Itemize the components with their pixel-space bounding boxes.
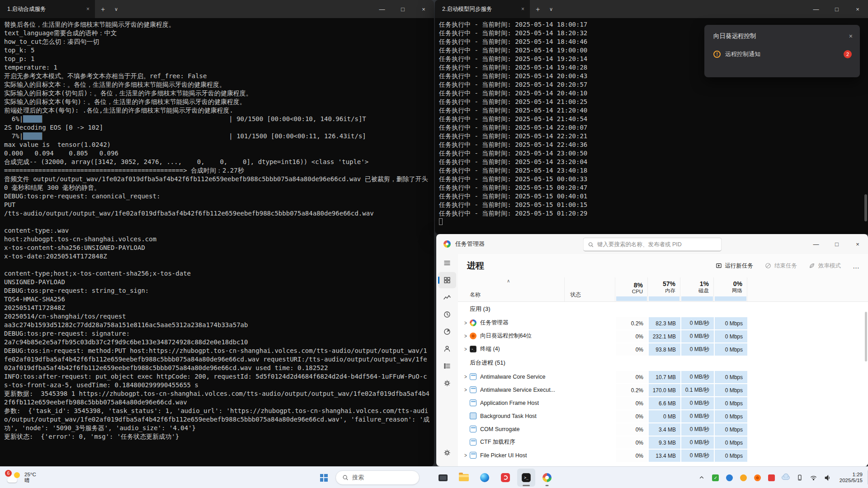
process-row[interactable]: >CTF 加载程序0%9.3 MB0 MB/秒0 Mbps	[458, 436, 868, 449]
taskbar-clock[interactable]: 1:29 2025/5/15	[837, 472, 865, 483]
row-filler	[747, 383, 868, 396]
run-new-task-button[interactable]: 运行新任务	[716, 262, 754, 270]
close-button[interactable]: ×	[413, 0, 434, 18]
column-memory[interactable]: 57%内存	[648, 277, 680, 301]
sidebar-item-services[interactable]	[438, 375, 456, 391]
process-row[interactable]: >向日葵远程控制64位0%232.1 MB0 MB/秒0 Mbps	[458, 329, 868, 343]
status-cell	[565, 329, 615, 343]
expand-chevron-icon[interactable]: >	[462, 452, 470, 458]
tray-icon-green-shield[interactable]: ✓	[711, 473, 721, 483]
taskbar-app-red[interactable]	[496, 469, 514, 487]
new-tab-button[interactable]: ＋	[95, 5, 111, 14]
tray-icon-orange[interactable]	[739, 473, 749, 483]
network-cell: 0 Mbps	[714, 329, 747, 343]
taskbar-app-monitor-dark[interactable]	[434, 469, 452, 487]
taskbar-app-terminal[interactable]: >_	[517, 469, 535, 487]
taskbar-search[interactable]: 搜索	[335, 470, 420, 485]
tab-close-icon[interactable]: ×	[86, 6, 90, 12]
start-button[interactable]	[315, 469, 333, 487]
weather-text: 25°C 晴	[24, 472, 36, 483]
process-search-box[interactable]	[583, 238, 722, 251]
sidebar-item-performance[interactable]	[438, 289, 456, 305]
row-filler	[747, 436, 868, 449]
process-row[interactable]: >Background Task Host0%0 MB0 MB/秒0 Mbps	[458, 409, 868, 422]
volume-icon[interactable]	[823, 473, 833, 483]
column-cpu[interactable]: 8%CPU	[615, 277, 648, 301]
taskbar-app-edge[interactable]	[476, 469, 494, 487]
sidebar-item-users[interactable]	[438, 341, 456, 357]
process-row[interactable]: >Antimalware Core Service0%10.7 MB0 MB/秒…	[458, 370, 868, 383]
process-row[interactable]: >Antimalware Service Execut...0.2%170.0 …	[458, 383, 868, 396]
tray-icon-red[interactable]	[767, 473, 777, 483]
end-task-button[interactable]: 结束任务	[765, 262, 797, 270]
network-icon[interactable]	[809, 473, 819, 483]
system-tray: ✓ 1:29 2025/5/15	[697, 467, 865, 488]
sidebar-item-app-history[interactable]	[438, 306, 456, 323]
terminal-window-synthesis-service[interactable]: 1.启动合成服务 × ＋ ∨ — □ × 替换后各位，生活里的许多细枝末节能揭示…	[0, 0, 434, 466]
tab-close-icon[interactable]: ×	[521, 6, 524, 12]
minimize-button[interactable]: —	[806, 234, 826, 254]
scrollbar-thumb[interactable]	[864, 194, 867, 221]
process-row[interactable]: >任务管理器0.2%82.3 MB0 MB/秒0 Mbps	[458, 316, 868, 329]
column-name[interactable]: ∧ 名称	[458, 277, 565, 301]
terminal-output[interactable]: 替换后各位，生活里的许多细枝末节能揭示牙齿的健康程度。text_language…	[0, 18, 434, 466]
close-icon[interactable]: ×	[849, 33, 853, 40]
sidebar-menu-button[interactable]	[438, 255, 456, 271]
scrollbar-thumb[interactable]	[865, 312, 867, 361]
close-button[interactable]: ×	[847, 0, 868, 18]
expand-chevron-icon[interactable]: >	[462, 386, 470, 393]
process-name-cell: >CTF 加载程序	[458, 436, 565, 449]
process-table-body: 应用 (3)>任务管理器0.2%82.3 MB0 MB/秒0 Mbps>向日葵远…	[458, 302, 868, 466]
sidebar-item-settings[interactable]	[438, 445, 456, 461]
tray-icon-sunflower[interactable]	[753, 473, 763, 483]
weather-widget[interactable]: 6 25°C 晴	[4, 469, 40, 487]
process-group-header[interactable]: 应用 (3)	[458, 302, 868, 316]
terminal-tab[interactable]: 2.启动模型同步服务 ×	[435, 0, 530, 18]
network-cell: 0 Mbps	[714, 409, 747, 422]
sidebar-item-startup-apps[interactable]	[438, 324, 456, 340]
efficiency-mode-button[interactable]: 效率模式	[809, 262, 841, 270]
task-manager-window[interactable]: 任务管理器 — □ × 进程 运行新任务	[436, 234, 868, 466]
maximize-button[interactable]: □	[826, 234, 847, 254]
status-cell	[565, 370, 615, 383]
sidebar-item-details[interactable]	[438, 358, 456, 374]
close-button[interactable]: ×	[847, 234, 868, 254]
search-input[interactable]	[597, 241, 717, 248]
edge-icon	[480, 473, 489, 482]
expand-chevron-icon[interactable]: >	[462, 333, 470, 339]
expand-chevron-icon[interactable]: >	[462, 319, 470, 326]
tab-dropdown-icon[interactable]: ∨	[111, 6, 122, 12]
tab-dropdown-icon[interactable]: ∨	[546, 6, 557, 12]
process-group-header[interactable]: 后台进程 (51)	[458, 356, 868, 370]
process-row[interactable]: >>_终端 (4)0%93.8 MB0 MB/秒0 Mbps	[458, 343, 868, 356]
disk-cell: 0 MB/秒	[680, 329, 714, 343]
windows-logo-icon	[320, 474, 328, 482]
tray-icon-blue[interactable]	[725, 473, 735, 483]
cpu-cell: 0%	[615, 396, 648, 409]
expand-chevron-icon[interactable]: >	[462, 373, 470, 380]
remote-notification-item[interactable]: ! 远程控制通知 2	[713, 50, 852, 58]
new-tab-button[interactable]: ＋	[530, 5, 546, 14]
process-row[interactable]: >File Picker UI Host0%13.4 MB0 MB/秒0 Mbp…	[458, 449, 868, 462]
terminal-line: 参数: {'task_id': 3545398, 'task_status': …	[4, 407, 430, 432]
terminal-tab[interactable]: 1.启动合成服务 ×	[0, 0, 95, 18]
process-row[interactable]: >Application Frame Host0%6.6 MB0 MB/秒0 M…	[458, 396, 868, 409]
taskbar-app-file-explorer[interactable]	[455, 469, 473, 487]
more-options-button[interactable]: …	[853, 262, 860, 270]
tray-icon-cloud[interactable]	[781, 473, 791, 483]
column-status[interactable]: 状态	[565, 277, 615, 301]
phone-link-icon[interactable]	[795, 473, 805, 483]
minimize-button[interactable]: —	[372, 0, 392, 18]
hidden-icons-chevron[interactable]	[697, 473, 707, 483]
maximize-button[interactable]: □	[826, 0, 847, 18]
column-network[interactable]: 0%网络	[714, 277, 747, 301]
process-row[interactable]: >COM Surrogate0%3.4 MB0 MB/秒0 Mbps	[458, 422, 868, 436]
minimize-button[interactable]: —	[806, 0, 826, 18]
memory-cell: 93.8 MB	[648, 343, 680, 356]
expand-chevron-icon[interactable]: >	[462, 346, 470, 352]
sidebar-item-processes[interactable]	[438, 272, 456, 288]
cpu-cell: 0%	[615, 422, 648, 436]
column-disk[interactable]: 1%磁盘	[680, 277, 714, 301]
maximize-button[interactable]: □	[392, 0, 413, 18]
taskbar-app-task-manager[interactable]	[538, 469, 556, 487]
